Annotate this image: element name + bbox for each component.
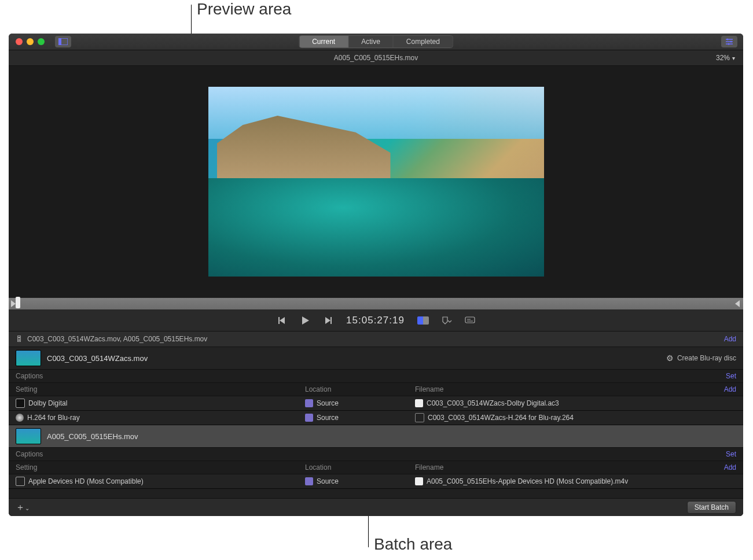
callout-batch: Batch area <box>374 535 452 554</box>
output-filename: C003_C003_0514WZacs-H.264 for Blu-ray.26… <box>428 414 574 422</box>
tab-current[interactable]: Current <box>299 36 348 47</box>
footer-bar: ＋⌄ Start Batch <box>9 498 743 516</box>
batch-add-link[interactable]: Add <box>724 335 736 343</box>
captions-label: Captions <box>16 372 43 380</box>
setting-name: Apple Devices HD (Most Compatible) <box>28 477 144 485</box>
col-filename: Filename <box>415 385 701 393</box>
dolby-icon <box>16 399 25 408</box>
in-point-handle[interactable] <box>11 300 16 307</box>
add-menu-button[interactable]: ＋⌄ <box>16 502 30 514</box>
timecode-display: 15:05:27:19 <box>346 315 405 326</box>
column-headers: Setting Location Filename Add <box>9 461 743 474</box>
clip-thumbnail <box>16 428 41 444</box>
captions-button[interactable] <box>465 315 475 326</box>
captions-section: Captions Set <box>9 370 743 383</box>
folder-icon <box>305 399 313 407</box>
sidebar-toggle-button[interactable] <box>55 36 71 47</box>
clip-name: A005_C005_0515EHs.mov <box>47 432 138 441</box>
clip-thumbnail <box>16 350 41 366</box>
captions-section: Captions Set <box>9 448 743 461</box>
batch-area: 🎛 C003_C003_0514WZacs.mov, A005_C005_051… <box>9 331 743 516</box>
zoom-value: 32% <box>716 54 730 62</box>
window-controls <box>16 38 45 45</box>
location-name: Source <box>317 414 339 422</box>
folder-icon <box>305 477 313 485</box>
settings-add-link[interactable]: Add <box>701 463 736 471</box>
zoom-menu[interactable]: 32% ▾ <box>716 54 735 62</box>
col-setting: Setting <box>16 385 305 393</box>
captions-set-link[interactable]: Set <box>726 450 736 458</box>
out-point-handle[interactable] <box>735 300 740 307</box>
svg-point-5 <box>727 39 729 40</box>
svg-point-7 <box>728 43 730 45</box>
column-headers: Setting Location Filename Add <box>9 383 743 396</box>
svg-rect-13 <box>465 317 475 323</box>
compare-button[interactable] <box>417 316 429 325</box>
play-button[interactable] <box>300 315 310 326</box>
settings-add-link[interactable]: Add <box>701 385 736 393</box>
folder-icon <box>305 414 313 422</box>
location-name: Source <box>317 399 339 407</box>
titlebar: Current Active Completed <box>9 34 743 50</box>
minimize-window-button[interactable] <box>27 38 34 45</box>
batch-icon: 🎛 <box>16 335 23 343</box>
close-window-button[interactable] <box>16 38 23 45</box>
batch-title: C003_C003_0514WZacs.mov, A005_C005_0515E… <box>27 335 207 343</box>
col-location: Location <box>305 385 415 393</box>
timeline-scrubber[interactable] <box>9 297 743 310</box>
svg-point-6 <box>730 41 732 43</box>
chevron-down-icon: ▾ <box>732 55 735 61</box>
captions-set-link[interactable]: Set <box>726 372 736 380</box>
col-filename: Filename <box>415 463 701 471</box>
file-icon <box>415 477 423 485</box>
app-window: Current Active Completed A005_C005_0515E… <box>9 34 743 516</box>
view-tabs: Current Active Completed <box>299 35 453 48</box>
prev-frame-button[interactable] <box>277 315 287 326</box>
svg-marker-9 <box>280 317 285 324</box>
col-location: Location <box>305 463 415 471</box>
file-icon <box>415 413 424 422</box>
job-row[interactable]: C003_C003_0514WZacs.mov ⚙ Create Blu-ray… <box>9 347 743 370</box>
callout-preview: Preview area <box>197 0 291 19</box>
transport-bar: 15:05:27:19 <box>9 310 743 331</box>
preview-area <box>9 66 743 297</box>
preview-frame[interactable] <box>208 87 544 277</box>
svg-rect-8 <box>278 317 280 324</box>
tab-completed[interactable]: Completed <box>394 36 453 47</box>
svg-marker-12 <box>325 317 330 324</box>
disc-icon <box>16 414 24 422</box>
preview-filename: A005_C005_0515EHs.mov <box>334 54 418 62</box>
clip-name: C003_C003_0514WZacs.mov <box>47 354 148 363</box>
next-frame-button[interactable] <box>323 315 333 326</box>
preview-filename-bar: A005_C005_0515EHs.mov 32% ▾ <box>9 50 743 66</box>
zoom-window-button[interactable] <box>38 38 45 45</box>
captions-label: Captions <box>16 450 43 458</box>
location-name: Source <box>317 477 339 485</box>
marker-menu[interactable] <box>442 315 452 326</box>
svg-rect-11 <box>330 317 332 324</box>
start-batch-button[interactable]: Start Batch <box>687 501 736 514</box>
output-filename: A005_C005_0515EHs-Apple Devices HD (Most… <box>427 477 628 485</box>
playhead[interactable] <box>16 297 20 308</box>
svg-rect-1 <box>58 38 61 45</box>
tab-active[interactable]: Active <box>348 36 394 47</box>
inspector-toggle-button[interactable] <box>721 36 737 47</box>
batch-header: 🎛 C003_C003_0514WZacs.mov, A005_C005_051… <box>9 331 743 347</box>
setting-name: H.264 for Blu-ray <box>27 414 80 422</box>
job-row[interactable]: A005_C005_0515EHs.mov <box>9 425 743 448</box>
output-row[interactable]: Dolby Digital Source C003_C003_0514WZacs… <box>9 396 743 411</box>
job-action-label: Create Blu-ray disc <box>677 354 736 362</box>
setting-name: Dolby Digital <box>28 399 67 407</box>
file-icon <box>415 399 423 407</box>
output-row[interactable]: Apple Devices HD (Most Compatible) Sourc… <box>9 474 743 489</box>
col-setting: Setting <box>16 463 305 471</box>
gear-icon: ⚙ <box>666 353 674 363</box>
device-icon <box>16 477 25 486</box>
svg-marker-10 <box>302 316 309 325</box>
output-row[interactable]: H.264 for Blu-ray Source C003_C003_0514W… <box>9 411 743 425</box>
output-filename: C003_C003_0514WZacs-Dolby Digital.ac3 <box>427 399 559 407</box>
